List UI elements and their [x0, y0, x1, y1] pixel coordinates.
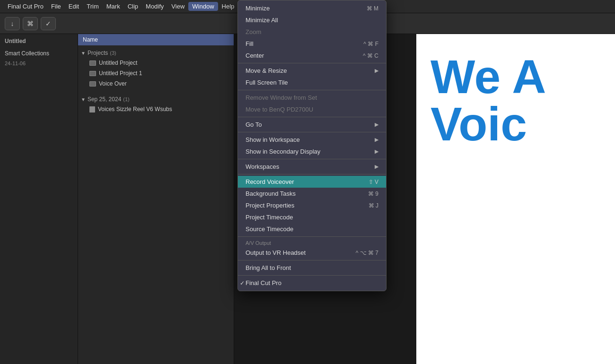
browser-panel: Name ▼ Projects (3) Untitled Project Unt…: [78, 34, 234, 364]
menu-separator-3: [238, 117, 386, 117]
sidebar-date: 24-11-06: [0, 59, 78, 68]
menu-item-minimize-all[interactable]: Minimize All: [238, 14, 386, 26]
sidebar: Untitled Smart Collections 24-11-06: [0, 34, 78, 364]
window-menu[interactable]: Minimize ⌘ M Minimize All Zoom Fill ^ ⌘ …: [237, 0, 387, 291]
clip-item-voices-sizzle[interactable]: Voices Sizzle Reel V6 Wsubs: [78, 104, 234, 114]
menu-item-fill[interactable]: Fill ^ ⌘ F: [238, 38, 386, 50]
menu-item-show-secondary[interactable]: Show in Secondary Display ▶: [238, 146, 386, 157]
sidebar-title: Untitled: [0, 34, 78, 48]
film-icon: [89, 71, 96, 76]
check-icon: ✓: [45, 20, 51, 27]
menu-item-record-voiceover[interactable]: Record Voiceover ⇧ V: [238, 176, 386, 188]
menubar-item-edit[interactable]: Edit: [65, 2, 83, 11]
preview-text-voic: Voic: [430, 100, 601, 147]
menubar-item-modify[interactable]: Modify: [142, 2, 167, 11]
menu-item-zoom: Zoom: [238, 26, 386, 38]
menubar-item-clip[interactable]: Clip: [124, 2, 142, 11]
projects-section-header: ▼ Projects (3): [78, 48, 234, 58]
menu-separator-9: [238, 275, 386, 276]
menu-item-full-screen-tile[interactable]: Full Screen Tile: [238, 77, 386, 88]
project-item-untitled[interactable]: Untitled Project: [78, 58, 234, 68]
menu-item-source-timecode[interactable]: Source Timecode: [238, 223, 386, 235]
import-button[interactable]: ↓: [5, 17, 20, 30]
projects-section: ▼ Projects (3) Untitled Project Untitled…: [78, 45, 234, 92]
menu-item-workspaces[interactable]: Workspaces ▶: [238, 161, 386, 173]
menu-separator-4: [238, 132, 386, 132]
browser-header: Name: [78, 34, 234, 45]
av-output-label: A/V Output: [238, 238, 386, 247]
key-icon: ⌘: [27, 20, 34, 27]
menubar-item-file[interactable]: File: [47, 2, 65, 11]
film-icon: [89, 61, 96, 66]
submenu-arrow-icon: ▶: [375, 121, 378, 128]
menu-item-show-workspace[interactable]: Show in Workspace ▶: [238, 134, 386, 146]
menu-item-remove-window: Remove Window from Set: [238, 92, 386, 104]
menu-item-center[interactable]: Center ^ ⌘ C: [238, 50, 386, 61]
projects-triangle-icon: ▼: [81, 51, 86, 56]
menu-separator-7: [238, 236, 386, 237]
menubar-item-mark[interactable]: Mark: [103, 2, 124, 11]
menu-item-project-timecode[interactable]: Project Timecode: [238, 211, 386, 223]
menu-item-minimize[interactable]: Minimize ⌘ M: [238, 2, 386, 14]
submenu-arrow-icon: ▶: [375, 137, 378, 143]
menu-item-project-properties[interactable]: Project Properties ⌘ J: [238, 199, 386, 211]
submenu-arrow-icon: ▶: [375, 148, 378, 155]
menu-separator-5: [238, 159, 386, 159]
menu-item-move-resize[interactable]: Move & Resize ▶: [238, 65, 386, 77]
import-icon: ↓: [11, 20, 14, 27]
date-triangle-icon: ▼: [81, 97, 86, 102]
menu-item-output-vr[interactable]: Output to VR Headset ^ ⌥ ⌘ 7: [238, 247, 386, 259]
menubar-item-window[interactable]: Window: [188, 2, 218, 11]
menubar-item-help[interactable]: Help: [218, 2, 238, 11]
submenu-arrow-icon: ▶: [375, 68, 378, 74]
menubar-item-view[interactable]: View: [167, 2, 188, 11]
check-button[interactable]: ✓: [41, 17, 56, 30]
menubar-item-trim[interactable]: Trim: [83, 2, 103, 11]
preview-content: We A Voic: [416, 34, 615, 364]
menu-separator-2: [238, 90, 386, 90]
menu-item-final-cut-pro-win[interactable]: Final Cut Pro: [238, 277, 386, 289]
submenu-arrow-icon: ▶: [375, 164, 378, 170]
menu-item-background-tasks[interactable]: Background Tasks ⌘ 9: [238, 188, 386, 199]
menu-item-move-to-benq: Move to BenQ PD2700U: [238, 104, 386, 115]
menu-item-go-to[interactable]: Go To ▶: [238, 119, 386, 130]
key-button[interactable]: ⌘: [23, 17, 38, 30]
date-section-header: ▼ Sep 25, 2024 (1): [78, 95, 234, 104]
menubar-item-final-cut-pro[interactable]: Final Cut Pro: [4, 2, 47, 11]
menu-separator-8: [238, 260, 386, 260]
project-item-untitled-1[interactable]: Untitled Project 1: [78, 68, 234, 78]
sidebar-item-smart-collections[interactable]: Smart Collections: [0, 48, 78, 59]
menu-item-bring-all-front[interactable]: Bring All to Front: [238, 262, 386, 274]
film-icon: [89, 81, 96, 87]
project-item-voice-over[interactable]: Voice Over: [78, 78, 234, 89]
date-section: ▼ Sep 25, 2024 (1) Voices Sizzle Reel V6…: [78, 92, 234, 117]
doc-icon: [89, 106, 95, 113]
menu-separator-1: [238, 63, 386, 63]
preview-text-we: We A: [430, 53, 601, 100]
menu-separator-6: [238, 174, 386, 174]
